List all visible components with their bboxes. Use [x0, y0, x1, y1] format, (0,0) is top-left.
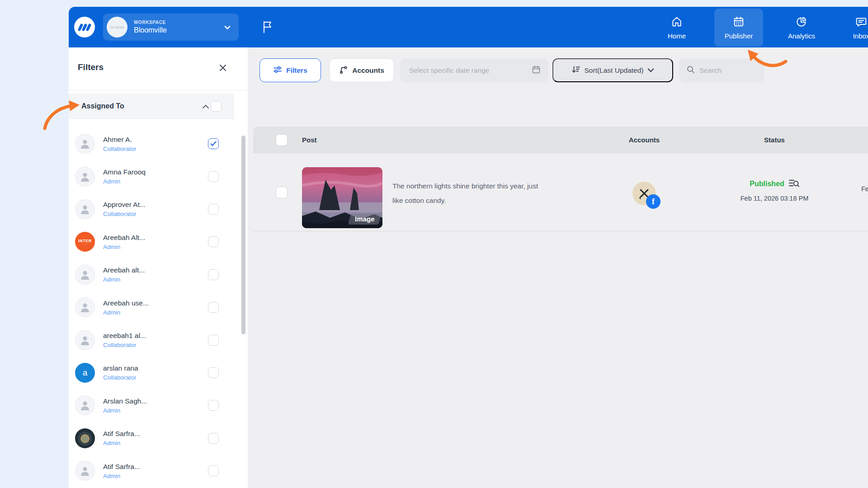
post-thumbnail[interactable]: Image: [302, 167, 382, 228]
user-role: Admin: [103, 440, 140, 446]
assigned-to-select-all-checkbox[interactable]: [211, 101, 222, 112]
analytics-pie-icon: [796, 16, 807, 29]
user-name: Atif Sarfra...: [103, 430, 140, 438]
person-avatar-icon: [75, 330, 95, 350]
date-range-picker[interactable]: [400, 58, 548, 82]
user-name: areebah1 al...: [103, 332, 146, 340]
assignee-list-item[interactable]: INTER• • • •Areebah Alt...Admin: [69, 225, 234, 258]
inbox-chat-icon: [855, 16, 867, 29]
column-post: Post: [302, 136, 317, 144]
person-avatar-icon: [75, 461, 95, 481]
user-avatar: [75, 428, 95, 448]
user-checkbox[interactable]: [208, 400, 219, 411]
nav-inbox[interactable]: Inbox: [836, 9, 868, 47]
sort-dropdown[interactable]: Sort(Last Updated): [552, 58, 673, 82]
close-icon[interactable]: [217, 62, 229, 74]
assignee-list-item[interactable]: Approver At...Collaborator: [69, 193, 234, 225]
user-checkbox[interactable]: [208, 269, 219, 280]
sort-dropdown-label: Sort(Last Updated): [585, 66, 644, 75]
next-column-partial-date: Feb: [861, 185, 868, 192]
assignee-list-item[interactable]: Atif Sarfra...Admin: [69, 422, 234, 455]
nav-label: Inbox: [853, 32, 868, 40]
filters-button-label: Filters: [286, 66, 307, 75]
nav-label: Home: [668, 32, 686, 40]
column-status: Status: [764, 136, 785, 144]
search-field[interactable]: [679, 58, 764, 82]
calendar-icon: [733, 16, 745, 29]
section-label: Assigned To: [81, 102, 124, 110]
user-checkbox[interactable]: [208, 367, 219, 378]
chevron-up-icon[interactable]: [202, 103, 209, 111]
user-checkbox[interactable]: [208, 138, 219, 149]
user-name: Approver At...: [103, 201, 146, 209]
sliders-icon: [273, 65, 282, 76]
top-navigation-bar: No Media WORKSPACE Bloomville Home Publi…: [69, 7, 868, 47]
user-role: Admin: [103, 309, 149, 316]
calendar-icon: [531, 65, 541, 76]
user-role: Admin: [103, 178, 146, 185]
accounts-button[interactable]: Accounts: [329, 58, 394, 82]
column-accounts: Accounts: [629, 136, 660, 144]
date-range-input[interactable]: [409, 66, 527, 75]
user-checkbox[interactable]: [208, 465, 219, 476]
user-name: Atif Sarfra...: [103, 463, 140, 471]
posts-table-header: Post Accounts Status: [253, 127, 868, 154]
primary-nav: Home Publisher Analytics Inbox: [69, 7, 868, 47]
user-role: Admin: [103, 473, 140, 479]
search-icon: [686, 65, 695, 76]
facebook-badge-icon[interactable]: f: [646, 194, 660, 209]
assignee-list-item[interactable]: areebah1 al...Collaborator: [69, 324, 234, 356]
filters-panel: Filters Assigned To Ahmer A.Collaborator…: [69, 47, 248, 488]
assignee-list-item[interactable]: Areebah alt...Admin: [69, 258, 234, 291]
user-checkbox[interactable]: [208, 236, 219, 247]
user-checkbox[interactable]: [208, 204, 219, 215]
filters-panel-title: Filters: [78, 62, 104, 72]
nav-home[interactable]: Home: [652, 9, 702, 47]
nav-label: Analytics: [788, 32, 815, 40]
user-name: Ahmer A.: [103, 136, 137, 144]
chevron-down-icon: [647, 66, 654, 75]
app-root: { "header": { "workspace": { "eyebrow": …: [0, 0, 868, 488]
assignee-list-item[interactable]: Amna FarooqAdmin: [69, 160, 234, 192]
select-all-posts-checkbox[interactable]: [276, 134, 288, 146]
assignee-list-item[interactable]: Ahmer A.Collaborator: [69, 127, 234, 160]
assignee-list-item[interactable]: Atif Sarfra...Admin: [69, 455, 234, 487]
user-name: Arslan Sagh...: [103, 397, 147, 405]
person-avatar-icon: [75, 134, 95, 154]
toolbar: Filters Accounts Sort(Last Updated): [248, 58, 868, 82]
assignee-list-item[interactable]: Arslan Sagh...Admin: [69, 389, 234, 422]
user-checkbox[interactable]: [208, 433, 219, 444]
person-avatar-icon: [75, 167, 95, 187]
person-avatar-icon: [75, 297, 95, 317]
published-timestamp: Feb 11, 2026 03:18 PM: [707, 195, 842, 202]
user-role: Admin: [103, 407, 147, 414]
post-log-icon[interactable]: [788, 178, 799, 189]
assignee-list-item[interactable]: aarslan ranaCollaborator: [69, 357, 234, 389]
user-role: Collaborator: [103, 211, 146, 217]
post-checkbox[interactable]: [276, 187, 288, 198]
assignee-list-item[interactable]: Areebah use...Admin: [69, 291, 234, 324]
person-avatar-icon: [75, 199, 95, 219]
user-checkbox[interactable]: [208, 302, 219, 313]
user-checkbox[interactable]: [208, 335, 219, 346]
sidebar-scrollbar[interactable]: [241, 136, 245, 334]
branch-icon: [339, 65, 348, 76]
user-avatar: a: [75, 363, 95, 383]
filters-button[interactable]: Filters: [259, 58, 321, 82]
media-type-badge: Image: [348, 214, 381, 225]
user-name: Areebah use...: [103, 299, 149, 307]
post-row[interactable]: Image The northern lights shine brighter…: [253, 154, 868, 231]
search-input[interactable]: [699, 66, 758, 75]
user-role: Collaborator: [103, 342, 146, 348]
user-name: Areebah Alt...: [103, 234, 145, 242]
user-role: Admin: [103, 244, 145, 250]
nav-analytics[interactable]: Analytics: [777, 9, 826, 47]
user-checkbox[interactable]: [208, 171, 219, 182]
status-badge: Published: [750, 180, 784, 188]
nav-publisher[interactable]: Publisher: [714, 9, 763, 47]
assignee-list: Ahmer A.CollaboratorAmna FarooqAdminAppr…: [69, 127, 234, 487]
assigned-to-section-header[interactable]: Assigned To: [69, 94, 234, 119]
status-cell: Published Feb 11, 2026 03:18 PM: [707, 178, 842, 202]
home-icon: [671, 16, 683, 29]
user-role: Admin: [103, 276, 145, 283]
